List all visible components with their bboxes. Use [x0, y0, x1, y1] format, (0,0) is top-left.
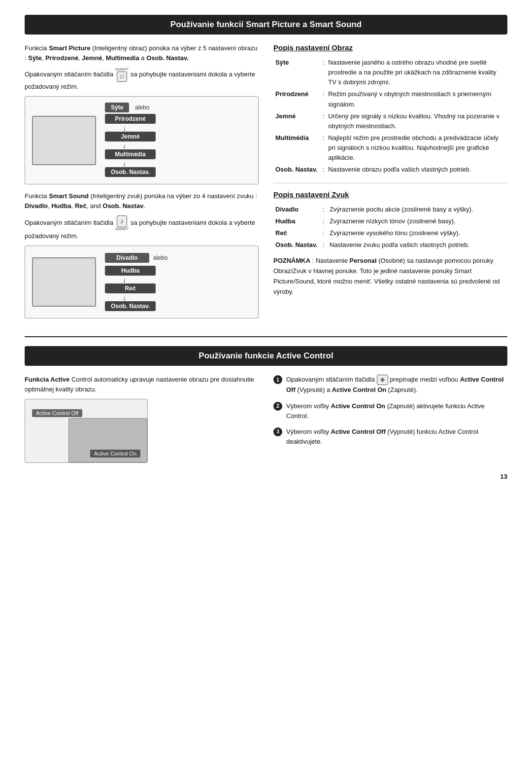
smart-button-icon: □ [117, 71, 127, 82]
zvuk-desc-rec: Zvýraznenie vysokého tónu (zosilnené výš… [328, 227, 507, 239]
zvuk-desc-divadlo: Zvýraznenie pocitu akcie (zosilnené basy… [328, 204, 507, 215]
num-1: 1 [273, 375, 282, 384]
zvuk-desc-osob: Nastavenie zvuku podľa vašich vlastných … [328, 239, 507, 251]
zvuk-colon-osob: : [321, 239, 328, 251]
obraz-colon-syte: : [321, 57, 327, 88]
smart-picture-intro: Funkcia Smart Picture (Inteligentný obra… [25, 43, 259, 63]
zvuk-colon-hudba: : [321, 215, 328, 227]
arrow-5: ↓ [123, 294, 156, 301]
zvuk-colon-rec: : [321, 227, 328, 239]
obraz-label-osob: Osob. Nastav. [273, 164, 321, 176]
heading-popis-zvuk: Popis nastavení Zvuk [273, 190, 507, 199]
zvuk-row-divadlo: Divadlo : Zvýraznenie pocitu akcie (zosi… [273, 204, 507, 215]
tv-screen-1 [32, 116, 96, 165]
num-3: 3 [273, 427, 282, 436]
prirodzene-btn: Prirodzené [105, 114, 156, 124]
jemne-btn: Jemné [105, 132, 156, 141]
arrow-2: ↓ [123, 142, 156, 149]
zvuk-label-divadlo: Divadlo [273, 204, 321, 215]
arrow-3: ↓ [123, 160, 156, 167]
active-control-item-3: 3 Výberom voľby Active Control Off (Vypn… [273, 427, 507, 447]
zvuk-label-osob: Osob. Nastav. [273, 239, 321, 251]
ac-off-label: Active Control Off [32, 409, 82, 417]
arrow-1: ↓ [123, 125, 156, 132]
active-control-item-1: 1 Opakovaným stláčaním tlačidla ⊕ prepín… [273, 375, 507, 395]
page-number: 13 [25, 473, 507, 480]
multimedia-btn: Multimédia [105, 149, 156, 159]
obraz-desc-osob: Nastavenie obrazu podľa vašich vlastných… [326, 164, 507, 176]
obraz-row-jemne: Jemné : Určený pre signály s nízkou kval… [273, 110, 507, 132]
obraz-colon-prirodzene: : [321, 88, 327, 110]
sound-button-wrapper: ♪ SMART [115, 215, 129, 231]
hudba-btn: Hudba [105, 266, 156, 276]
obraz-row-prirodzene: Prirodzené : Režim používaný v obytných … [273, 88, 507, 110]
remote-icon-1: ⊕ [377, 375, 388, 385]
osob-nastav-btn-2: Osob. Nastav. [105, 301, 156, 311]
heading-popis-obraz: Popis nastavení Obraz [273, 43, 507, 52]
ac-on-label: Active Control On [90, 450, 140, 458]
zvuk-label-hudba: Hudba [273, 215, 321, 227]
tv-screen-2 [32, 257, 96, 307]
arrow-4: ↓ [123, 277, 156, 283]
obraz-table: Sýte : Nastavenie jasného a ostrého obra… [273, 57, 507, 176]
alebo-2: alebo [153, 254, 167, 261]
active-control-intro: Funkcia Active Control automaticky uprav… [25, 375, 259, 394]
obraz-label-prirodzene: Prirodzené [273, 88, 321, 110]
rec-btn: Reč [105, 283, 156, 293]
obraz-label-multimedia: Multimédia [273, 132, 321, 164]
active-control-list: 1 Opakovaným stláčaním tlačidla ⊕ prepín… [273, 375, 507, 447]
smart-sound-diagram: Divadlo alebo Hudba ↓ Reč ↓ Osob. Nastav… [25, 246, 259, 318]
zvuk-table: Divadlo : Zvýraznenie pocitu akcie (zosi… [273, 204, 507, 251]
smart-picture-diagram: Sýte alebo Prirodzené ↓ Jemné ↓ Multiméd… [25, 96, 259, 184]
note-section: POZNÁMKA : Nastavenie Personal (Osobné) … [273, 256, 507, 297]
active-control-item-2: 2 Výberom voľby Active Control On (Zapnu… [273, 401, 507, 421]
sound-button-icon: ♪ [117, 215, 127, 227]
sound-flow: Divadlo alebo Hudba ↓ Reč ↓ Osob. Nastav… [105, 253, 167, 311]
zvuk-row-rec: Reč : Zvýraznenie vysokého tónu (zosilne… [273, 227, 507, 239]
picture-flow: Sýte alebo Prirodzené ↓ Jemné ↓ Multiméd… [105, 104, 156, 177]
obraz-desc-multimedia: Najlepší režim pre prostredie obchodu a … [326, 132, 507, 164]
obraz-label-syte: Sýte [273, 57, 321, 88]
section1-header: Používanie funkcií Smart Picture a Smart… [25, 15, 507, 35]
obraz-colon-osob: : [321, 164, 327, 176]
obraz-colon-jemne: : [321, 110, 327, 132]
syte-btn: Sýte [105, 103, 129, 112]
obraz-row-syte: Sýte : Nastavenie jasného a ostrého obra… [273, 57, 507, 88]
osob-nastav-btn-1: Osob. Nastav. [105, 167, 156, 177]
smart-label: SMART [115, 68, 129, 71]
smart-label-2: SMART [115, 227, 129, 231]
zvuk-row-hudba: Hudba : Zvýraznenie nízkych tónov (zosil… [273, 215, 507, 227]
zvuk-row-osob: Osob. Nastav. : Nastavenie zvuku podľa v… [273, 239, 507, 251]
section2-right: 1 Opakovaným stláčaním tlačidla ⊕ prepín… [273, 375, 507, 463]
obraz-row-multimedia: Multimédia : Najlepší režim pre prostred… [273, 132, 507, 164]
section1-right: Popis nastavení Obraz Sýte : Nastavenie … [273, 43, 507, 325]
obraz-desc-syte: Nastavenie jasného a ostrého obrazu vhod… [326, 57, 507, 88]
obraz-label-jemne: Jemné [273, 110, 321, 132]
item-2-text: Výberom voľby Active Control On (Zapnuté… [286, 401, 507, 421]
zvuk-desc-hudba: Zvýraznenie nízkych tónov (zosilnené bas… [328, 215, 507, 227]
alebo-1: alebo [135, 104, 149, 111]
num-2: 2 [273, 402, 282, 411]
obraz-desc-prirodzene: Režim používaný v obytných miestnostiach… [326, 88, 507, 110]
section1-left: Funkcia Smart Picture (Inteligentný obra… [25, 43, 259, 325]
active-control-diagram: Active Control Off Active Control On [25, 399, 148, 463]
obraz-row-osob: Osob. Nastav. : Nastavenie obrazu podľa … [273, 164, 507, 176]
zvuk-label-rec: Reč [273, 227, 321, 239]
section2-left: Funkcia Active Control automaticky uprav… [25, 375, 259, 463]
smart-sound-intro: Funkcia Smart Sound (Inteligentný zvuk) … [25, 191, 259, 211]
smart-sound-instruction: Opakovaným stláčaním tlačidla ♪ SMART sa… [25, 215, 259, 241]
divadlo-btn: Divadlo [105, 253, 149, 263]
zvuk-colon-divadlo: : [321, 204, 328, 215]
obraz-colon-multimedia: : [321, 132, 327, 164]
item-1-text: Opakovaným stláčaním tlačidla ⊕ prepínaj… [286, 375, 507, 395]
smart-picture-instruction: Opakovaným stláčaním tlačidla SMART □ sa… [25, 68, 259, 91]
section2-header: Používanie funkcie Active Control [25, 346, 507, 366]
obraz-desc-jemne: Určený pre signály s nízkou kvalitou. Vh… [326, 110, 507, 132]
section-divider [25, 336, 507, 337]
item-3-text: Výberom voľby Active Control Off (Vypnut… [286, 427, 507, 447]
